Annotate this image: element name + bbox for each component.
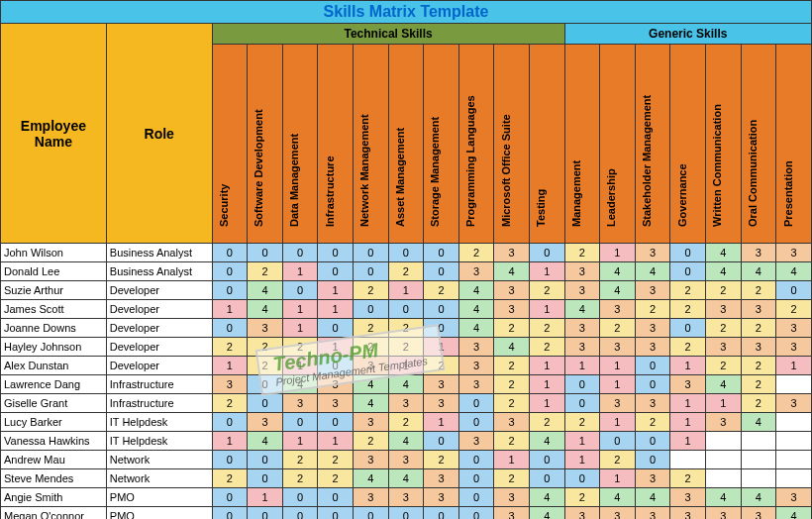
score-cell: 2 [529, 413, 564, 432]
score-cell: 3 [635, 469, 670, 488]
score-cell: 3 [458, 432, 494, 451]
employee-name: John Wilson [1, 244, 107, 262]
score-cell: 2 [282, 338, 318, 357]
score-cell: 0 [635, 357, 670, 375]
score-cell: 3 [424, 469, 459, 488]
score-cell: 0 [388, 300, 424, 319]
score-cell [776, 375, 812, 394]
score-cell: 3 [424, 488, 459, 507]
score-cell: 1 [670, 394, 706, 413]
employee-role: Business Analyst [106, 244, 212, 262]
score-cell: 2 [353, 432, 388, 451]
employee-name: Andrew Mau [1, 451, 107, 469]
score-cell: 0 [529, 244, 564, 262]
skill-label: Oral Communication [747, 120, 759, 227]
score-cell: 0 [318, 507, 354, 520]
score-cell: 0 [424, 244, 459, 262]
score-cell: 3 [776, 394, 812, 413]
score-cell: 2 [353, 338, 388, 357]
score-cell: 2 [564, 413, 600, 432]
score-cell: 2 [388, 319, 424, 338]
score-cell: 3 [564, 281, 600, 300]
score-cell: 4 [705, 262, 741, 281]
skill-label: Management [570, 160, 582, 227]
score-cell: 1 [529, 262, 564, 281]
employee-name: Hayley Johnson [1, 338, 107, 357]
score-cell: 3 [670, 488, 706, 507]
score-cell: 0 [388, 244, 424, 262]
employee-name: Megan O'connor [1, 507, 107, 520]
score-cell: 0 [353, 300, 388, 319]
score-cell: 0 [212, 319, 248, 338]
score-cell: 0 [318, 413, 354, 432]
score-cell: 3 [776, 488, 812, 507]
score-cell [705, 432, 741, 451]
score-cell: 0 [529, 451, 564, 469]
score-cell: 4 [600, 281, 636, 300]
skill-header: Stakeholder Management [635, 45, 670, 244]
score-cell: 2 [670, 338, 706, 357]
score-cell: 2 [282, 451, 318, 469]
score-cell: 3 [741, 244, 776, 262]
skill-label: Storage Management [429, 117, 441, 227]
score-cell: 4 [388, 432, 424, 451]
score-cell: 3 [458, 375, 494, 394]
score-cell [741, 432, 776, 451]
score-cell: 0 [212, 244, 248, 262]
score-cell: 3 [705, 300, 741, 319]
score-cell: 4 [635, 262, 670, 281]
score-cell: 3 [494, 507, 530, 520]
employee-role: Network [106, 469, 212, 488]
score-cell: 3 [494, 281, 530, 300]
score-cell: 3 [741, 338, 776, 357]
employee-name: Alex Dunstan [1, 357, 107, 375]
score-cell: 3 [353, 413, 388, 432]
score-cell: 2 [705, 281, 741, 300]
skill-label: Testing [535, 189, 547, 227]
score-cell: 2 [600, 451, 636, 469]
score-cell: 0 [635, 432, 670, 451]
table-row: Vanessa HawkinsIT Helpdesk14112403241001 [1, 432, 812, 451]
score-cell: 1 [282, 357, 318, 375]
score-cell: 3 [741, 507, 776, 520]
score-cell: 2 [282, 469, 318, 488]
score-cell: 4 [388, 469, 424, 488]
score-cell: 1 [318, 432, 354, 451]
score-cell: 2 [670, 300, 706, 319]
skill-label: Stakeholder Management [641, 95, 653, 227]
score-cell: 3 [494, 413, 530, 432]
skill-label: Data Management [288, 134, 300, 227]
employee-role: Developer [106, 281, 212, 300]
table-row: Joanne DownsDeveloper03102204223230223 [1, 319, 812, 338]
score-cell: 2 [494, 432, 530, 451]
skill-label: Network Management [358, 114, 370, 227]
score-cell: 0 [529, 469, 564, 488]
skill-label: Presentation [782, 160, 794, 227]
score-cell: 2 [600, 319, 636, 338]
score-cell: 1 [600, 375, 636, 394]
employee-role: Network [106, 451, 212, 469]
table-row: Lucy BarkerIT Helpdesk0300321032212134 [1, 413, 812, 432]
skill-label: Written Communication [711, 104, 723, 227]
score-cell [776, 469, 812, 488]
score-cell: 2 [318, 469, 354, 488]
table-row: Giselle GrantInfrastructure2033433021033… [1, 394, 812, 413]
score-cell: 0 [564, 375, 600, 394]
score-cell: 0 [670, 244, 706, 262]
score-cell: 2 [458, 244, 494, 262]
score-cell: 0 [600, 432, 636, 451]
score-cell: 2 [353, 319, 388, 338]
score-cell: 3 [353, 488, 388, 507]
score-cell: 3 [424, 394, 459, 413]
score-cell: 4 [529, 488, 564, 507]
score-cell: 3 [424, 375, 459, 394]
skills-matrix-table: Skills Matrix Template Employee Name Rol… [0, 0, 812, 519]
table-row: Angie SmithPMO01003330342443443 [1, 488, 812, 507]
score-cell: 1 [494, 451, 530, 469]
skill-label: Asset Management [394, 128, 406, 227]
score-cell: 1 [564, 451, 600, 469]
score-cell: 0 [282, 488, 318, 507]
score-cell: 2 [212, 394, 248, 413]
score-cell: 4 [248, 281, 283, 300]
table-row: Suzie ArthurDeveloper04012124323432220 [1, 281, 812, 300]
